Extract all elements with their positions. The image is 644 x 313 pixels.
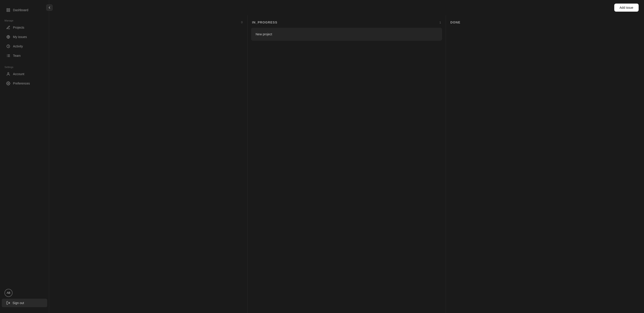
svg-rect-1 (9, 8, 10, 10)
column-done: DONE (446, 15, 644, 313)
top-bar: Add issue (49, 0, 644, 15)
sidebar-item-team[interactable]: Team (2, 52, 47, 60)
column-in-progress-title: IN_PROGRESS (252, 20, 277, 24)
svg-point-17 (8, 72, 9, 74)
card-new-project-title: New project (256, 32, 272, 36)
svg-rect-2 (7, 10, 8, 12)
sidebar-item-preferences[interactable]: Preferences (2, 79, 47, 88)
sidebar: Dashboard Manage Projects My issues Acti… (0, 0, 49, 313)
column-done-title: DONE (450, 20, 460, 24)
column-backlog: 0 (49, 15, 248, 313)
sidebar-collapse-button[interactable] (46, 4, 52, 11)
sign-out-label: Sign out (12, 301, 24, 305)
settings-section-label: Settings (0, 63, 49, 69)
svg-rect-0 (7, 8, 8, 10)
sidebar-item-activity-label: Activity (13, 44, 23, 48)
svg-point-18 (8, 83, 9, 84)
column-in-progress-count: 1 (440, 21, 441, 24)
sidebar-item-my-issues[interactable]: My issues (2, 33, 47, 41)
sidebar-item-account[interactable]: Account (2, 70, 47, 78)
sidebar-item-my-issues-label: My issues (13, 35, 27, 39)
column-in-progress-header: IN_PROGRESS 1 (251, 19, 442, 28)
sidebar-bottom: AB Sign out (0, 285, 49, 310)
column-backlog-header: 0 (53, 19, 244, 28)
manage-section-label: Manage (0, 16, 49, 23)
sidebar-item-team-label: Team (13, 54, 20, 58)
sidebar-item-dashboard-label: Dashboard (13, 8, 28, 12)
main-content: Add issue 0 IN_PROGRESS 1 New project DO… (49, 0, 644, 313)
sidebar-item-projects-label: Projects (13, 26, 24, 29)
column-backlog-count: 0 (241, 20, 243, 24)
svg-rect-3 (9, 10, 10, 12)
sidebar-item-preferences-label: Preferences (13, 82, 30, 85)
sidebar-item-projects[interactable]: Projects (2, 23, 47, 32)
column-in-progress: IN_PROGRESS 1 New project (248, 15, 446, 313)
sidebar-item-dashboard[interactable]: Dashboard (2, 6, 47, 14)
board: 0 IN_PROGRESS 1 New project DONE (49, 15, 644, 313)
sidebar-item-account-label: Account (13, 72, 24, 76)
column-done-header: DONE (450, 19, 640, 28)
sidebar-item-activity[interactable]: Activity (2, 42, 47, 50)
add-issue-button[interactable]: Add issue (614, 4, 639, 12)
avatar: AB (4, 289, 12, 297)
sign-out-button[interactable]: Sign out (2, 299, 47, 307)
card-new-project[interactable]: New project (251, 28, 442, 41)
